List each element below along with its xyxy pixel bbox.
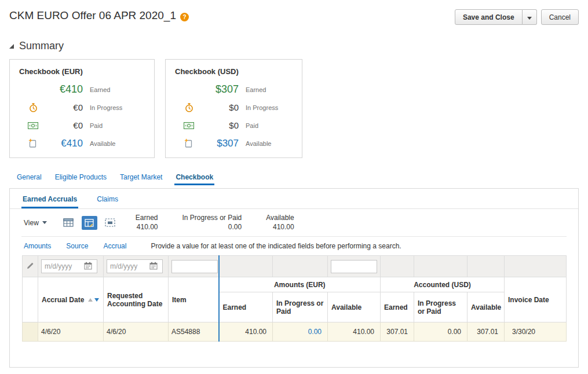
view-menu-label: View <box>24 219 39 227</box>
invoice-date-cell: 3/30/20 <box>505 322 567 342</box>
checkbook-cards: Checkbook (EUR) €410 Earned €0 In Progre… <box>9 59 588 158</box>
available-row: €410 Available <box>19 134 148 152</box>
sort-ascending-icon[interactable] <box>88 298 93 302</box>
column-header-earned-eur[interactable]: Earned <box>219 292 273 322</box>
page-title: CKM EURO Offer 06 APR 2020_1 <box>9 9 176 22</box>
detach-button[interactable] <box>103 216 118 230</box>
in-progress-amount: €0 <box>47 102 83 112</box>
earned-summary-stat: Earned 410.00 <box>136 214 158 232</box>
collapse-triangle-icon[interactable] <box>9 44 14 49</box>
earned-usd-cell: 307.01 <box>381 322 414 342</box>
in-progress-eur-filter-cell <box>273 256 328 277</box>
available-usd-cell: 307.01 <box>468 322 505 342</box>
column-label: Accrual Date <box>42 296 84 304</box>
earned-accruals-table: Accrual Date Requested Accounting Date I… <box>22 255 567 342</box>
available-amount: €410 <box>47 138 83 149</box>
column-header-accrual-date[interactable]: Accrual Date <box>38 277 104 322</box>
in-progress-label: In Progress <box>246 104 296 111</box>
item-filter-input[interactable] <box>171 260 218 273</box>
column-header-earned-usd[interactable]: Earned <box>381 292 414 322</box>
card-title: Checkbook (USD) <box>175 67 296 76</box>
export-table-button[interactable] <box>61 216 76 230</box>
tab-target-market[interactable]: Target Market <box>119 172 163 185</box>
stat-label: Earned <box>136 214 158 222</box>
earned-row: €410 Earned <box>19 80 148 98</box>
search-hint-message: Provide a value for at least one of the … <box>151 242 401 250</box>
in-progress-usd-filter-cell <box>414 256 468 277</box>
stat-value: 410.00 <box>136 223 158 232</box>
paid-row: €0 Paid <box>19 116 148 134</box>
paid-amount: €0 <box>47 120 83 130</box>
in-progress-summary-stat: In Progress or Paid 0.00 <box>182 214 242 232</box>
summary-section-title: Summary <box>19 40 64 52</box>
search-fields-row: Amounts Source Accrual Provide a value f… <box>21 237 567 255</box>
accrual-link[interactable]: Accrual <box>103 242 126 250</box>
chevron-down-icon <box>42 221 47 224</box>
in-progress-eur-cell: 0.00 <box>273 322 328 342</box>
tab-checkbook[interactable]: Checkbook <box>174 172 214 185</box>
tab-general[interactable]: General <box>16 172 43 185</box>
stat-value: 410.00 <box>266 223 294 232</box>
calendar-icon[interactable] <box>149 262 158 272</box>
earned-label: Earned <box>246 86 296 93</box>
save-and-close-button[interactable]: Save and Close <box>455 9 523 25</box>
paid-label: Paid <box>90 122 148 129</box>
accrual-date-filter-input[interactable] <box>45 262 84 270</box>
subtab-claims[interactable]: Claims <box>96 189 119 208</box>
main-tabs: General Eligible Products Target Market … <box>16 172 588 185</box>
available-amount: $307 <box>203 138 239 149</box>
stopwatch-icon <box>19 103 47 112</box>
query-by-example-button[interactable] <box>82 216 97 230</box>
invoice-date-filter-cell <box>505 256 567 277</box>
row-selector-cell[interactable] <box>23 322 38 342</box>
accrual-date-cell: 4/6/20 <box>38 322 104 342</box>
sort-descending-icon[interactable] <box>94 298 99 302</box>
filter-row <box>23 256 567 277</box>
in-progress-amount: $0 <box>203 102 239 112</box>
available-row: $307 Available <box>175 134 296 152</box>
save-and-close-dropdown-button[interactable] <box>523 9 537 25</box>
column-header-in-progress-usd[interactable]: In Progress or Paid <box>414 292 468 322</box>
stat-label: In Progress or Paid <box>182 214 242 222</box>
stat-label: Available <box>266 214 294 222</box>
calendar-icon[interactable] <box>84 262 92 272</box>
checkbook-card-usd: Checkbook (USD) $307 Earned $0 In Progre… <box>165 59 302 158</box>
column-header-invoice-date[interactable]: Invoice Date <box>505 277 567 322</box>
available-eur-filter-cell <box>328 256 381 277</box>
row-selector-header <box>23 277 38 322</box>
table-row[interactable]: 4/6/20 4/6/20 AS54888 410.00 0.00 410.00… <box>23 322 567 342</box>
column-header-item[interactable]: Item <box>169 277 219 322</box>
in-progress-eur-link[interactable]: 0.00 <box>308 328 322 336</box>
stat-value: 0.00 <box>182 223 242 232</box>
cancel-button[interactable]: Cancel <box>541 9 579 25</box>
earned-usd-filter-cell <box>381 256 414 277</box>
paid-amount: $0 <box>203 120 239 130</box>
column-header-available-usd[interactable]: Available <box>468 292 505 322</box>
requested-accounting-date-cell: 4/6/20 <box>104 322 169 342</box>
amounts-link[interactable]: Amounts <box>24 242 51 250</box>
subtab-earned-accruals[interactable]: Earned Accruals <box>21 189 78 208</box>
source-link[interactable]: Source <box>66 242 88 250</box>
cash-icon <box>175 122 203 129</box>
panel-filler <box>10 342 578 354</box>
available-filter-input[interactable] <box>331 260 377 273</box>
tab-eligible-products[interactable]: Eligible Products <box>54 172 108 185</box>
available-eur-cell: 410.00 <box>328 322 381 342</box>
view-menu[interactable]: View <box>24 219 47 227</box>
checkbook-card-eur: Checkbook (EUR) €410 Earned €0 In Progre… <box>9 59 155 158</box>
column-header-available-eur[interactable]: Available <box>328 292 381 322</box>
earned-amount: €410 <box>47 83 83 96</box>
in-progress-label: In Progress <box>90 104 148 111</box>
earned-eur-filter-cell <box>219 256 273 277</box>
accrual-date-filter-cell <box>38 256 104 277</box>
requested-accounting-date-filter-input[interactable] <box>110 262 149 270</box>
in-progress-row: €0 In Progress <box>19 98 148 116</box>
column-header-requested-accounting-date[interactable]: Requested Accounting Date <box>104 277 169 322</box>
sort-icons[interactable] <box>88 298 99 302</box>
item-filter-cell <box>169 256 219 277</box>
help-icon[interactable]: ? <box>180 13 189 21</box>
available-label: Available <box>246 140 296 147</box>
earned-label: Earned <box>90 86 148 93</box>
column-header-in-progress-eur[interactable]: In Progress or Paid <box>273 292 328 322</box>
filter-table-icon <box>85 219 94 227</box>
